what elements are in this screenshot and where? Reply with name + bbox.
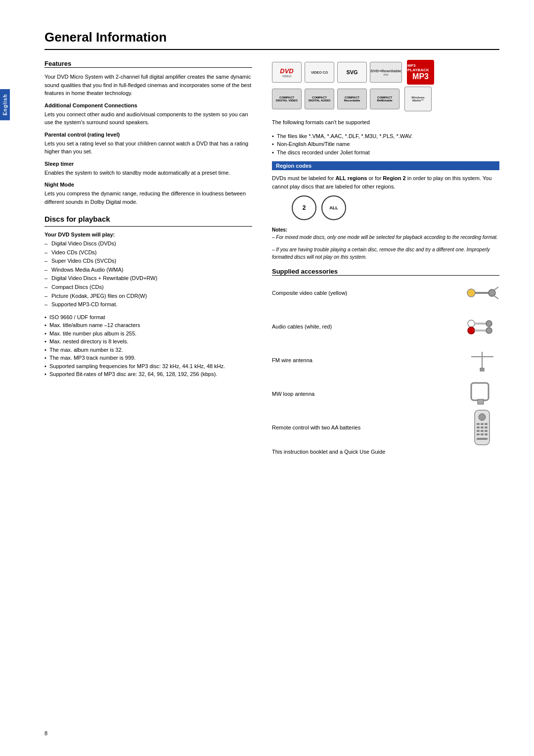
supplied-item-text: Composite video cable (yellow) xyxy=(272,290,460,296)
parental-control-body: Lets you set a rating level so that your… xyxy=(44,140,252,156)
svg-point-8 xyxy=(468,327,475,334)
cd-rewritable-icon: COMPACTReWritable xyxy=(370,89,400,109)
supplied-accessories-section: Supplied accessories Composite video cab… xyxy=(272,268,499,455)
supplied-item-text: FM wire antenna xyxy=(272,357,460,363)
supplied-item-fm-antenna: FM wire antenna xyxy=(272,348,499,373)
night-mode-title: Night Mode xyxy=(44,182,252,188)
region-codes-header: Region codes xyxy=(272,161,499,170)
parental-control-title: Parental control (rating level) xyxy=(44,132,252,138)
list-item: Non-English Album/Title name xyxy=(272,140,499,148)
list-item: The max. MP3 track number is 999. xyxy=(44,354,252,362)
antenna-svg xyxy=(466,349,498,372)
svg-point-7 xyxy=(486,321,492,327)
disc-icons-container: DVD VIDEO VIDEO CO SVG DVD+Rewritable RW xyxy=(272,60,499,111)
supplied-item-booklet: This instruction booklet and a Quick Use… xyxy=(272,449,499,455)
list-item: Compact Discs (CDs) xyxy=(44,283,252,292)
supplied-item-video-cable: Composite video cable (yellow) xyxy=(272,281,499,305)
page-container: English General Information Features You… xyxy=(0,0,534,756)
night-mode-body: Lets you compress the dynamic range, red… xyxy=(44,189,252,206)
list-item: Max. title number plus album is 255. xyxy=(44,330,252,338)
windows-media-icon: WindowsMedia™ xyxy=(404,87,432,111)
disc-icons-row-1: DVD VIDEO VIDEO CO SVG DVD+Rewritable RW xyxy=(272,60,499,85)
page-number: 8 xyxy=(44,730,47,736)
dvdrw-icon: DVD+Rewritable RW xyxy=(370,62,402,83)
cannot-support-section: The following formats can't be supported… xyxy=(272,118,499,156)
loop-svg xyxy=(469,380,496,408)
supplied-accessories-title: Supplied accessories xyxy=(272,268,499,276)
svcd-icon: SVG xyxy=(337,62,367,83)
region-codes-section: Region codes DVDs must be labeled for AL… xyxy=(272,161,499,220)
svg-line-3 xyxy=(493,287,498,290)
main-content: Features Your DVD Micro System with 2-ch… xyxy=(44,60,499,464)
svg-rect-18 xyxy=(477,423,480,425)
remote-control-icon xyxy=(465,415,499,440)
page-title: General Information xyxy=(44,30,499,50)
bullet-list: ISO 9660 / UDF format Max. title/album n… xyxy=(44,313,252,378)
svg-point-17 xyxy=(479,414,486,421)
svg-rect-1 xyxy=(475,292,490,294)
supplied-item-text: Remote control with two AA batteries xyxy=(272,425,460,430)
list-item: Digital Video Discs (DVDs) xyxy=(44,239,252,248)
svg-rect-27 xyxy=(477,433,480,435)
supplied-item-audio-cables: Audio cables (white, red) xyxy=(272,314,499,339)
list-item: Video CDs (VCDs) xyxy=(44,248,252,257)
svg-rect-25 xyxy=(481,430,484,432)
svg-rect-21 xyxy=(477,426,480,428)
region-codes-body: DVDs must be labeled for ALL regions or … xyxy=(272,174,499,190)
list-item: Supported MP3-CD format. xyxy=(44,300,252,309)
list-item: Supported sampling frequencies for MP3 d… xyxy=(44,362,252,371)
cannot-support-intro: The following formats can't be supported xyxy=(272,118,499,127)
cannot-support-list: The files like *.VMA, *.AAC, *.DLF, *.M3… xyxy=(272,132,499,157)
video-cable-icon xyxy=(465,281,499,305)
discs-playback-section: Discs for playback Your DVD System will … xyxy=(44,215,252,378)
notes-text-2: – If you are having trouble playing a ce… xyxy=(272,246,499,261)
svg-line-4 xyxy=(493,295,498,299)
svg-rect-14 xyxy=(471,383,489,400)
supplied-item-text: MW loop antenna xyxy=(272,391,460,397)
sleep-timer-title: Sleep timer xyxy=(44,161,252,167)
language-tab: English xyxy=(0,89,10,120)
additional-connections-title: Additional Component Connections xyxy=(44,102,252,108)
svg-rect-15 xyxy=(478,399,484,404)
svg-point-2 xyxy=(489,289,495,296)
supplied-item-remote: Remote control with two AA batteries xyxy=(272,415,499,440)
supplied-item-text: This instruction booklet and a Quick Use… xyxy=(272,449,499,455)
discs-playback-title: Discs for playback xyxy=(44,215,252,227)
list-item: The files like *.VMA, *.AAC, *.DLF, *.M3… xyxy=(272,132,499,141)
list-item: Digital Video Discs + Rewritable (DVD+RW… xyxy=(44,274,252,283)
svg-rect-22 xyxy=(481,426,484,428)
videocd-icon: VIDEO CO xyxy=(305,62,334,83)
region-icons: 2 ALL xyxy=(292,195,499,220)
svg-rect-20 xyxy=(485,423,488,425)
dash-list: Digital Video Discs (DVDs) Video CDs (VC… xyxy=(44,239,252,309)
cd-digital-audio-icon: COMPACTDIGITAL AUDIO xyxy=(305,89,334,109)
svg-point-10 xyxy=(486,328,492,333)
notes-section: Notes: – For mixed mode discs, only one … xyxy=(272,226,499,261)
list-item: Max. nested directory is 8 levels. xyxy=(44,337,252,346)
cd-digital-video-icon: COMPACTDIGITAL VIDEO xyxy=(272,89,302,109)
list-item: Picture (Kodak, JPEG) files on CDR(W) xyxy=(44,292,252,301)
svg-rect-23 xyxy=(485,426,488,428)
svg-rect-30 xyxy=(477,438,488,440)
svg-rect-13 xyxy=(480,368,484,371)
region-2-icon: 2 xyxy=(292,195,316,220)
svg-point-0 xyxy=(467,289,475,297)
features-section: Features Your DVD Micro System with 2-ch… xyxy=(44,60,252,206)
region-all-icon: ALL xyxy=(321,195,346,220)
list-item: Max. title/album name –12 characters xyxy=(44,321,252,330)
disc-icons-row-2: COMPACTDIGITAL VIDEO COMPACTDIGITAL AUDI… xyxy=(272,87,499,111)
list-item: Supported Bit-rates of MP3 disc are: 32,… xyxy=(44,370,252,378)
cable-svg xyxy=(466,283,498,303)
fm-antenna-icon xyxy=(465,348,499,373)
list-item: Windows Media Audio (WMA) xyxy=(44,266,252,275)
svg-point-5 xyxy=(468,320,475,327)
mw-antenna-icon xyxy=(465,381,499,406)
system-will-play-label: Your DVD System will play: xyxy=(44,232,252,237)
svg-rect-28 xyxy=(481,433,484,435)
left-column: Features Your DVD Micro System with 2-ch… xyxy=(44,60,252,464)
features-title: Features xyxy=(44,60,252,68)
svg-rect-6 xyxy=(475,323,487,325)
svg-rect-26 xyxy=(485,430,488,432)
supplied-item-mw-antenna: MW loop antenna xyxy=(272,381,499,406)
svg-rect-9 xyxy=(475,330,487,331)
